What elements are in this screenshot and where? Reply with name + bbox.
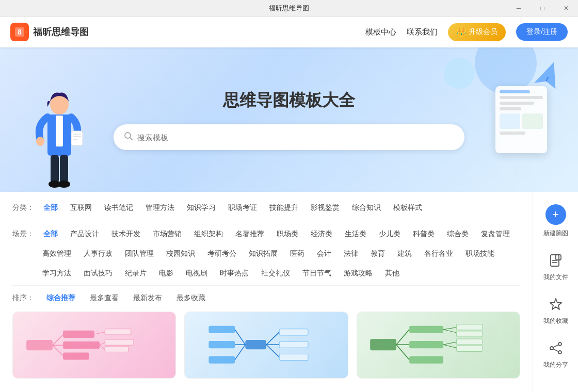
upgrade-button[interactable]: 👑 升级会员 (448, 23, 506, 41)
hero-title: 思维导图模板大全 (223, 89, 355, 112)
category-tag-skills[interactable]: 技能提升 (264, 200, 303, 215)
scene-tag-interview[interactable]: 面试技巧 (78, 266, 118, 280)
category-tag-internet[interactable]: 互联网 (65, 200, 97, 215)
scene-tag-classics[interactable]: 名著推荐 (230, 226, 269, 241)
category-tag-general[interactable]: 综合知识 (347, 200, 386, 215)
scene-tag-holiday[interactable]: 节日节气 (297, 266, 336, 280)
card-line-5 (500, 132, 525, 135)
scene-tag-campus[interactable]: 校园知识 (161, 246, 200, 260)
scene-tag-documentary[interactable]: 纪录片 (120, 266, 152, 280)
category-tag-style[interactable]: 模板样式 (388, 200, 427, 215)
scene-tag-review[interactable]: 复盘管理 (476, 226, 515, 241)
svg-marker-62 (550, 299, 561, 309)
sort-recommended[interactable]: 综合推荐 (40, 292, 82, 304)
svg-rect-56 (457, 339, 483, 345)
scene-tag-expand[interactable]: 知识拓展 (244, 246, 283, 260)
scene-tag-efficiency[interactable]: 高效管理 (37, 246, 76, 260)
scene-tag-economy[interactable]: 经济类 (306, 226, 338, 241)
svg-line-33 (235, 345, 245, 360)
scene-tag-news[interactable]: 时事热点 (215, 266, 254, 280)
sidebar-my-files[interactable]: 我的文件 (539, 246, 572, 286)
svg-rect-4 (56, 116, 63, 146)
scene-tag-workplace[interactable]: 职场类 (271, 226, 303, 241)
template-card-3[interactable] (357, 312, 520, 379)
svg-line-39 (266, 345, 279, 357)
template-card-1[interactable] (12, 312, 176, 379)
scene-tag-product[interactable]: 产品设计 (65, 226, 104, 241)
template-card-2[interactable] (184, 312, 348, 379)
card-inner-3 (357, 312, 520, 378)
scene-tag-tv[interactable]: 电视剧 (181, 266, 213, 280)
contact-link[interactable]: 联系我们 (407, 27, 438, 37)
scene-tag-comprehensive[interactable]: 综合类 (442, 226, 474, 241)
template-center-link[interactable]: 模板中心 (365, 27, 396, 37)
main-area: 分类： 全部 互联网 读书笔记 管理方法 知识学习 职场考证 技能提升 影视鉴赏… (0, 192, 578, 392)
svg-rect-54 (457, 324, 483, 330)
scene-tag-children[interactable]: 少儿类 (374, 226, 406, 241)
close-button[interactable]: ✕ (554, 0, 578, 17)
scene-tag-industries[interactable]: 各行各业 (419, 246, 458, 260)
sort-latest[interactable]: 最新发布 (127, 292, 168, 304)
category-tag-film[interactable]: 影视鉴赏 (306, 200, 345, 215)
scene-tag-team[interactable]: 团队管理 (120, 246, 159, 260)
category-tags: 全部 互联网 读书笔记 管理方法 知识学习 职场考证 技能提升 影视鉴赏 综合知… (38, 200, 520, 215)
sort-most-collected[interactable]: 最多收藏 (170, 292, 212, 304)
scene-tag-science[interactable]: 科普类 (408, 226, 440, 241)
svg-rect-49 (410, 356, 444, 363)
new-map-button[interactable]: + (545, 204, 566, 225)
card-inner-2 (185, 312, 347, 378)
minimize-button[interactable]: ─ (507, 0, 531, 17)
scene-tag-life[interactable]: 生活类 (340, 226, 372, 241)
scene-tag-medicine[interactable]: 医药 (285, 246, 310, 260)
scene-tags-row1: 全部 产品设计 技术开发 市场营销 组织架构 名著推荐 职场类 经济类 生活类 … (38, 226, 520, 241)
category-tag-all[interactable]: 全部 (38, 200, 63, 215)
svg-rect-12 (60, 155, 68, 183)
maximize-button[interactable]: □ (531, 0, 554, 17)
scene-tag-other[interactable]: 其他 (380, 266, 405, 280)
scene-tag-movie[interactable]: 电影 (154, 266, 179, 280)
scene-tag-education[interactable]: 教育 (365, 246, 390, 260)
scene-tag-gaming[interactable]: 游戏攻略 (339, 266, 378, 280)
scene-tag-law[interactable]: 法律 (339, 246, 363, 260)
scene-tag-etiquette[interactable]: 社交礼仪 (256, 266, 295, 280)
card-line-1 (500, 90, 530, 93)
category-tag-knowledge[interactable]: 知识学习 (182, 200, 221, 215)
sidebar: + 新建脑图 我的文件 我的收藏 (533, 192, 578, 392)
my-shares-label: 我的分享 (543, 361, 568, 369)
scene-tag-tech[interactable]: 技术开发 (106, 226, 146, 241)
scene-tag-study[interactable]: 学习方法 (37, 266, 76, 280)
sidebar-new-map[interactable]: + 新建脑图 (539, 200, 572, 242)
logo-text: 福昕思维导图 (33, 26, 89, 38)
sidebar-my-shares[interactable]: 我的分享 (539, 334, 572, 373)
svg-line-24 (94, 332, 105, 334)
scene-tag-org[interactable]: 组织架构 (189, 226, 228, 241)
category-tag-management[interactable]: 管理方法 (140, 200, 180, 215)
sidebar-my-favorites[interactable]: 我的收藏 (539, 290, 572, 330)
scene-tag-accounting[interactable]: 会计 (312, 246, 336, 260)
login-button[interactable]: 登录/注册 (516, 23, 568, 41)
scene-tag-architecture[interactable]: 建筑 (392, 246, 417, 260)
scene-tag-all[interactable]: 全部 (38, 226, 63, 241)
svg-rect-21 (63, 331, 94, 338)
scene-filter-row-3: 学习方法 面试技巧 纪录片 电影 电视剧 时事热点 社交礼仪 节日节气 游戏攻略… (12, 266, 520, 280)
svg-rect-41 (279, 341, 308, 348)
sort-most-viewed[interactable]: 最多查看 (84, 292, 125, 304)
category-tag-career[interactable]: 职场考证 (223, 200, 262, 215)
scene-tag-hr[interactable]: 人事行政 (78, 246, 118, 260)
scene-tag-exam[interactable]: 考研考公 (202, 246, 242, 260)
svg-rect-28 (105, 339, 134, 345)
category-filter-row: 分类： 全部 互联网 读书笔记 管理方法 知识学习 职场考证 技能提升 影视鉴赏… (12, 200, 520, 215)
my-favorites-label: 我的收藏 (543, 317, 568, 325)
search-input[interactable] (137, 133, 454, 142)
svg-line-37 (266, 332, 279, 345)
svg-rect-22 (63, 341, 100, 349)
scene-tag-marketing[interactable]: 市场营销 (148, 226, 187, 241)
search-bar[interactable] (114, 124, 464, 150)
svg-line-25 (100, 342, 105, 345)
logo[interactable]: 8 福昕思维导图 (10, 23, 89, 41)
divider-1 (12, 220, 520, 220)
svg-point-14 (58, 181, 70, 188)
category-tag-reading[interactable]: 读书笔记 (99, 200, 138, 215)
scene-tag-workplace-skills[interactable]: 职场技能 (460, 246, 500, 260)
file-icon (545, 250, 566, 271)
